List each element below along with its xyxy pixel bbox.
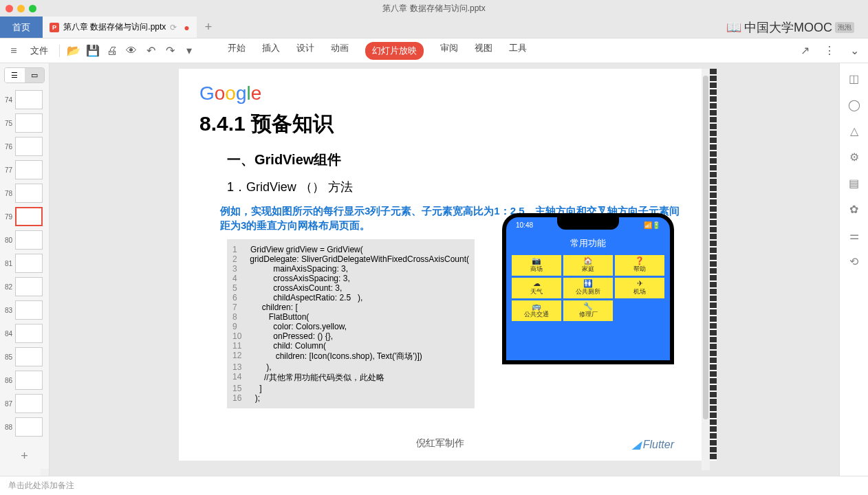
layers-icon[interactable]: ▤ (847, 176, 861, 190)
thumbnail-item[interactable]: 87 (3, 394, 46, 413)
grid-cell: 🚻公共厕所 (563, 278, 613, 298)
thumbnail-preview (15, 113, 43, 133)
thumbnail-item[interactable]: 77 (3, 160, 46, 179)
book-icon: 📖 (726, 20, 741, 35)
file-menu[interactable]: 文件 (25, 45, 54, 57)
thumbnail-item[interactable]: 86 (3, 371, 46, 390)
thumbnail-item[interactable]: 74 (3, 90, 46, 109)
canvas-area: Google 8.4.1 预备知识 一、GridView组件 1．GridVie… (50, 63, 839, 476)
collapse-icon[interactable]: ⌄ (846, 43, 862, 59)
code-line: 8 FlatButton( (232, 312, 469, 322)
thumbnail-preview (15, 300, 43, 320)
menu-design[interactable]: 设计 (296, 42, 314, 60)
menu-animation[interactable]: 动画 (331, 42, 349, 60)
thumbnail-number: 76 (3, 143, 12, 151)
code-block: 1GridView gridView = GridView(2 gridDele… (227, 239, 475, 408)
notes-bar[interactable]: 单击此处添加备注 (0, 476, 868, 495)
thumbnail-number: 88 (3, 424, 12, 431)
phone-notch (557, 217, 619, 230)
thumbnail-view-button[interactable]: ▭ (25, 68, 45, 82)
thumbnail-item[interactable]: 88 (3, 417, 46, 437)
thumbnail-number: 83 (3, 307, 12, 314)
menu-view[interactable]: 视图 (475, 42, 492, 60)
thumbnail-number: 74 (3, 96, 12, 104)
grid-cell: 🚌公共交通 (512, 300, 561, 321)
thumbnail-preview (15, 394, 43, 413)
home-tab[interactable]: 首页 (0, 16, 43, 38)
properties-icon[interactable]: ◫ (847, 72, 861, 85)
menu-start[interactable]: 开始 (228, 42, 246, 60)
canvas-scrollbar[interactable] (702, 69, 710, 470)
shape-icon[interactable]: ◯ (847, 98, 861, 111)
code-line: 3 mainAxisSpacing: 3, (232, 264, 469, 274)
grid-cell: ❓帮助 (615, 255, 664, 276)
main-area: ☰ ▭ 74 75 76 77 78 79 80 81 82 83 84 85 … (0, 63, 868, 476)
slide-subheading-1: 一、GridView组件 (227, 151, 681, 169)
slide[interactable]: Google 8.4.1 预备知识 一、GridView组件 1．GridVie… (179, 69, 702, 461)
grid-cell: 🏠家庭 (563, 255, 613, 276)
code-line: 5 crossAxisCount: 3, (232, 283, 469, 293)
thumbnail-item[interactable]: 84 (3, 324, 46, 343)
redo-icon[interactable]: ↷ (162, 43, 178, 59)
tab-close-button[interactable]: ● (184, 22, 189, 33)
history-icon[interactable]: ⟲ (847, 254, 861, 268)
grid-cell: 🔧修理厂 (563, 300, 613, 321)
thumbnail-item[interactable]: 79 (3, 207, 46, 226)
save-icon[interactable]: 💾 (85, 43, 101, 59)
thumbnail-item[interactable]: 76 (3, 137, 46, 156)
thumbnail-item[interactable]: 83 (3, 300, 46, 320)
code-line: 6 childAspectRatio: 2.5 ), (232, 293, 469, 302)
thumbnail-item[interactable]: 80 (3, 230, 46, 250)
close-window-button[interactable] (6, 5, 13, 12)
text-icon[interactable]: △ (847, 124, 861, 138)
slide-heading: 8.4.1 预备知识 (199, 110, 681, 138)
ppt-icon: P (50, 23, 59, 32)
minimize-window-button[interactable] (17, 5, 25, 12)
thumbnail-number: 87 (3, 400, 12, 408)
code-line: 1GridView gridView = GridView( (232, 245, 469, 254)
thumbnail-number: 78 (3, 190, 12, 197)
menu-tools[interactable]: 工具 (509, 42, 527, 60)
thumbnail-item[interactable]: 75 (3, 113, 46, 133)
document-tab[interactable]: P 第八章 数据存储与访问.pptx ⟳ ● (43, 16, 197, 38)
phone-grid: 📷商场🏠家庭❓帮助☁天气🚻公共厕所✈机场🚌公共交通🔧修理厂 (506, 255, 670, 321)
undo-icon[interactable]: ↶ (142, 43, 159, 59)
brand-badge: 泡泡 (835, 22, 854, 33)
more-icon[interactable]: ⋮ (821, 43, 838, 59)
open-icon[interactable]: 📂 (65, 43, 82, 59)
thumbnail-number: 79 (3, 213, 12, 221)
flutter-icon: ◢ (632, 438, 640, 451)
star-icon[interactable]: ✿ (847, 202, 861, 216)
preview-icon[interactable]: 👁 (123, 43, 140, 59)
google-logo: Google (199, 82, 681, 104)
thumbnail-preview (15, 230, 43, 250)
code-line: 14 //其他常用功能代码类似，此处略 (232, 372, 469, 384)
settings-icon[interactable]: ⚌ (847, 228, 861, 242)
code-line: 15 ] (232, 384, 469, 393)
thumbnail-item[interactable]: 78 (3, 184, 46, 203)
add-slide-button[interactable]: + (0, 443, 49, 469)
view-toggle: ☰ ▭ (4, 67, 45, 83)
menu-slideshow[interactable]: 幻灯片放映 (365, 42, 424, 60)
maximize-window-button[interactable] (29, 5, 36, 12)
thumbnail-preview (15, 347, 43, 366)
dropdown-icon[interactable]: ▾ (181, 43, 197, 59)
add-tab-button[interactable]: + (197, 20, 221, 34)
menu-review[interactable]: 审阅 (440, 42, 458, 60)
outline-view-button[interactable]: ☰ (5, 68, 25, 82)
thumbnail-item[interactable]: 81 (3, 254, 46, 273)
phone-signal-icon: 📶🔋 (644, 221, 660, 229)
traffic-lights (6, 5, 36, 12)
thumbnail-preview (15, 184, 43, 203)
thumbnail-item[interactable]: 85 (3, 347, 46, 366)
slide-footer: 倪红军制作 (179, 437, 702, 450)
share-icon[interactable]: ↗ (796, 43, 813, 59)
code-line: 10 onPressed: () {}, (232, 331, 469, 341)
print-icon[interactable]: 🖨 (104, 43, 120, 59)
sidebar-scrollbar[interactable] (41, 469, 49, 476)
code-line: 9 color: Colors.yellow, (232, 322, 469, 331)
thumbnail-item[interactable]: 82 (3, 277, 46, 296)
menu-icon[interactable]: ≡ (6, 43, 22, 59)
menu-insert[interactable]: 插入 (262, 42, 280, 60)
gear-icon[interactable]: ⚙ (847, 150, 861, 164)
